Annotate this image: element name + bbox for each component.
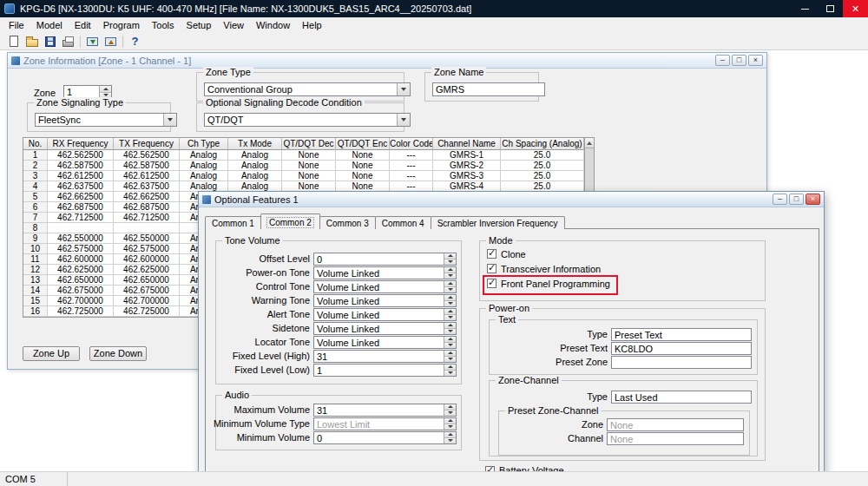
dialog-close-button[interactable]: ×	[806, 194, 820, 205]
table-cell[interactable]: None	[282, 161, 336, 171]
table-cell[interactable]: 11	[23, 254, 48, 265]
spin-down-icon[interactable]	[444, 315, 456, 320]
table-cell[interactable]: Analog	[228, 171, 282, 181]
maximize-button[interactable]	[818, 0, 843, 17]
menu-item-view[interactable]: View	[217, 19, 250, 31]
spin-up-icon[interactable]	[444, 323, 456, 329]
clone-checkbox[interactable]	[487, 249, 496, 259]
offset-level-field[interactable]: 0	[313, 253, 457, 266]
spin-up-icon[interactable]	[444, 295, 456, 301]
zone-type-dropdown[interactable]: Conventional Group	[204, 82, 411, 96]
table-cell[interactable]: None	[282, 171, 336, 181]
preset-zone-field[interactable]	[611, 356, 752, 369]
write-data-button[interactable]	[102, 34, 120, 49]
spin-down-icon[interactable]	[444, 357, 456, 362]
table-cell[interactable]: 462.625000	[114, 265, 180, 275]
spinner-buttons[interactable]	[444, 323, 456, 334]
dropdown-arrow-button[interactable]	[163, 114, 176, 126]
locator-tone-field[interactable]: Volume Linked	[313, 336, 457, 349]
spinner-buttons[interactable]	[444, 309, 456, 320]
table-cell[interactable]	[114, 223, 180, 233]
table-cell[interactable]: 462.637500	[48, 181, 114, 192]
table-cell[interactable]: 462.700000	[48, 296, 114, 306]
table-cell[interactable]: 462.562500	[48, 150, 114, 161]
table-cell[interactable]: 10	[23, 244, 48, 254]
table-cell[interactable]: 25.0	[501, 171, 584, 181]
spin-down-icon[interactable]	[444, 301, 456, 306]
zone-close-button[interactable]: ×	[748, 55, 763, 66]
table-cell[interactable]: 462.612500	[48, 171, 114, 181]
table-cell[interactable]: 1	[23, 150, 48, 161]
table-cell[interactable]: 25.0	[501, 150, 584, 161]
spin-up-icon[interactable]	[444, 337, 456, 343]
preset-text-field[interactable]: KC8LDO	[611, 342, 752, 355]
zone-down-button[interactable]: Zone Down	[89, 346, 147, 361]
table-cell[interactable]: 462.550000	[114, 233, 180, 244]
menu-item-setup[interactable]: Setup	[181, 19, 218, 31]
menu-item-file[interactable]: File	[3, 19, 30, 31]
table-cell[interactable]: ---	[390, 161, 433, 171]
save-button[interactable]	[41, 34, 59, 49]
menu-item-window[interactable]: Window	[250, 19, 296, 31]
table-cell[interactable]: 462.712500	[48, 213, 114, 223]
spinner-buttons[interactable]	[444, 351, 456, 362]
table-cell[interactable]: 462.650000	[48, 275, 114, 286]
table-cell[interactable]: 2	[23, 161, 48, 171]
minimize-button[interactable]	[792, 0, 818, 17]
menu-item-model[interactable]: Model	[30, 19, 69, 31]
power-on-tone-field[interactable]: Volume Linked	[313, 266, 457, 279]
table-cell[interactable]: Analog	[180, 161, 228, 171]
spin-up-icon[interactable]	[444, 281, 456, 287]
menu-item-help[interactable]: Help	[296, 19, 328, 31]
spinner-buttons[interactable]	[444, 337, 456, 348]
spin-up-icon[interactable]	[100, 86, 111, 93]
close-button[interactable]: ✕	[843, 0, 868, 17]
spin-up-icon[interactable]	[444, 267, 456, 273]
spinner-buttons[interactable]	[444, 364, 456, 376]
tab-common-3[interactable]: Common 3	[319, 216, 376, 229]
table-cell[interactable]: 3	[23, 171, 48, 181]
table-cell[interactable]: 7	[23, 213, 48, 223]
dropdown-arrow-button[interactable]	[397, 83, 410, 95]
table-cell[interactable]: 462.587500	[114, 161, 180, 171]
table-cell[interactable]: 462.675000	[114, 286, 180, 296]
dialog-maximize-button[interactable]: □	[789, 194, 804, 205]
fixed-level-low-field[interactable]: 1	[313, 364, 457, 377]
spin-down-icon[interactable]	[444, 371, 456, 376]
table-cell[interactable]: 5	[23, 192, 48, 202]
spin-up-icon[interactable]	[444, 404, 456, 410]
table-cell[interactable]: 462.700000	[114, 296, 180, 306]
table-cell[interactable]: 462.687500	[114, 202, 180, 213]
table-cell[interactable]: 462.675000	[48, 286, 114, 296]
zone-up-button[interactable]: Zone Up	[23, 346, 80, 361]
table-cell[interactable]: 14	[23, 286, 48, 296]
zone-name-input[interactable]: GMRS	[432, 82, 545, 96]
table-cell[interactable]: 8	[23, 223, 48, 233]
table-cell[interactable]: ---	[390, 171, 433, 181]
table-cell[interactable]: 462.575000	[48, 244, 114, 254]
table-cell[interactable]: 462.650000	[114, 275, 180, 286]
spin-down-icon[interactable]	[444, 438, 456, 443]
table-cell[interactable]: Analog	[180, 171, 228, 181]
new-button[interactable]	[4, 34, 23, 49]
table-cell[interactable]: None	[336, 171, 390, 181]
table-cell[interactable]: 9	[23, 233, 48, 244]
alert-tone-field[interactable]: Volume Linked	[313, 308, 457, 321]
tab-common-4[interactable]: Common 4	[375, 216, 431, 229]
table-cell[interactable]: Analog	[228, 161, 282, 171]
sidetone-field[interactable]: Volume Linked	[313, 322, 457, 335]
spin-up-icon[interactable]	[444, 309, 456, 315]
zone-maximize-button[interactable]: □	[732, 55, 746, 66]
spin-up-icon[interactable]	[444, 253, 456, 259]
spin-up-icon[interactable]	[444, 432, 456, 438]
spin-down-icon[interactable]	[444, 343, 456, 348]
spinner-buttons[interactable]	[99, 86, 111, 98]
spinner-buttons[interactable]	[444, 253, 456, 265]
table-cell[interactable]: None	[282, 150, 336, 161]
table-cell[interactable]: 462.712500	[114, 213, 180, 223]
spin-down-icon[interactable]	[444, 329, 456, 334]
table-cell[interactable]: 462.637500	[114, 181, 180, 192]
table-cell[interactable]: 13	[23, 275, 48, 286]
battery-voltage-checkbox[interactable]	[485, 466, 495, 472]
table-cell[interactable]: None	[336, 161, 390, 171]
